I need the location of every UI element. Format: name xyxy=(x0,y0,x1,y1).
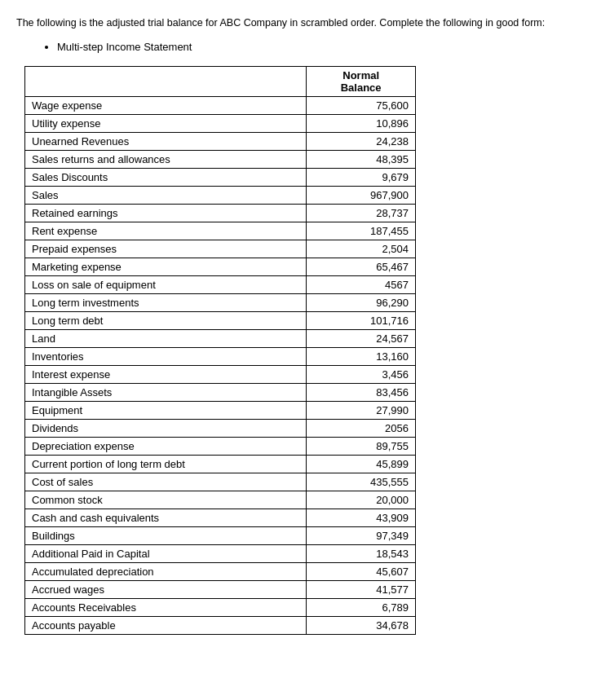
account-name-cell: Intangible Assets xyxy=(25,383,307,401)
table-row: Accrued wages41,577 xyxy=(25,580,416,598)
account-name-cell: Depreciation expense xyxy=(25,437,307,455)
account-name-cell: Prepaid expenses xyxy=(25,240,307,258)
account-name-cell: Land xyxy=(25,329,307,347)
amount-cell: 24,567 xyxy=(307,329,416,347)
amount-cell: 13,160 xyxy=(307,347,416,365)
table-row: Marketing expense65,467 xyxy=(25,258,416,275)
table-row: Sales Discounts9,679 xyxy=(25,168,416,186)
amount-cell: 18,543 xyxy=(307,544,416,562)
table-row: Cash and cash equivalents43,909 xyxy=(25,508,416,526)
account-name-cell: Long term debt xyxy=(25,311,307,329)
table-row: Rent expense187,455 xyxy=(25,222,416,240)
amount-cell: 3,456 xyxy=(307,365,416,383)
table-row: Wage expense75,600 xyxy=(25,96,416,114)
table-row: Depreciation expense89,755 xyxy=(25,437,416,455)
table-row: Long term debt101,716 xyxy=(25,311,416,329)
account-name-cell: Current portion of long term debt xyxy=(25,455,307,473)
table-body: Wage expense75,600Utility expense10,896U… xyxy=(25,96,416,634)
amount-cell: 4567 xyxy=(307,275,416,293)
table-row: Buildings97,349 xyxy=(25,526,416,544)
amount-cell: 9,679 xyxy=(307,168,416,186)
account-name-cell: Inventories xyxy=(25,347,307,365)
amount-cell: 24,238 xyxy=(307,132,416,150)
amount-cell: 48,395 xyxy=(307,150,416,168)
account-name-cell: Marketing expense xyxy=(25,258,307,275)
amount-cell: 45,899 xyxy=(307,455,416,473)
account-name-cell: Loss on sale of equipment xyxy=(25,275,307,293)
account-name-cell: Accounts Receivables xyxy=(25,598,307,616)
amount-cell: 34,678 xyxy=(307,616,416,634)
table-row: Long term investments96,290 xyxy=(25,293,416,311)
account-name-cell: Cash and cash equivalents xyxy=(25,508,307,526)
amount-cell: 89,755 xyxy=(307,437,416,455)
account-name-cell: Wage expense xyxy=(25,96,307,114)
normal-balance-header: Normal Balance xyxy=(307,66,416,96)
table-header-row: Normal Balance xyxy=(25,66,416,96)
table-row: Cost of sales435,555 xyxy=(25,473,416,491)
table-row: Land24,567 xyxy=(25,329,416,347)
account-name-cell: Equipment xyxy=(25,401,307,419)
amount-cell: 101,716 xyxy=(307,311,416,329)
amount-cell: 6,789 xyxy=(307,598,416,616)
bullet-item-income-statement: Multi-step Income Statement xyxy=(57,41,585,53)
amount-cell: 10,896 xyxy=(307,114,416,132)
account-name-cell: Common stock xyxy=(25,491,307,508)
account-name-cell: Sales returns and allowances xyxy=(25,150,307,168)
trial-balance-table: Normal Balance Wage expense75,600Utility… xyxy=(24,66,416,635)
account-name-cell: Utility expense xyxy=(25,114,307,132)
normal-label: Normal xyxy=(342,69,379,81)
account-name-cell: Accumulated depreciation xyxy=(25,562,307,580)
table-row: Utility expense10,896 xyxy=(25,114,416,132)
amount-cell: 27,990 xyxy=(307,401,416,419)
account-name-cell: Long term investments xyxy=(25,293,307,311)
table-row: Interest expense3,456 xyxy=(25,365,416,383)
account-name-cell: Accrued wages xyxy=(25,580,307,598)
table-row: Dividends2056 xyxy=(25,419,416,437)
table-row: Prepaid expenses2,504 xyxy=(25,240,416,258)
table-row: Loss on sale of equipment4567 xyxy=(25,275,416,293)
table-row: Current portion of long term debt45,899 xyxy=(25,455,416,473)
table-row: Accumulated depreciation45,607 xyxy=(25,562,416,580)
amount-cell: 65,467 xyxy=(307,258,416,275)
table-row: Accounts Receivables6,789 xyxy=(25,598,416,616)
balance-label: Balance xyxy=(341,81,382,94)
table-row: Inventories13,160 xyxy=(25,347,416,365)
amount-cell: 41,577 xyxy=(307,580,416,598)
amount-cell: 967,900 xyxy=(307,186,416,204)
account-name-cell: Cost of sales xyxy=(25,473,307,491)
table-row: Common stock20,000 xyxy=(25,491,416,508)
table-row: Intangible Assets83,456 xyxy=(25,383,416,401)
table-row: Equipment27,990 xyxy=(25,401,416,419)
amount-cell: 187,455 xyxy=(307,222,416,240)
account-name-cell: Unearned Revenues xyxy=(25,132,307,150)
amount-cell: 75,600 xyxy=(307,96,416,114)
account-name-cell: Additional Paid in Capital xyxy=(25,544,307,562)
amount-cell: 28,737 xyxy=(307,204,416,222)
amount-cell: 97,349 xyxy=(307,526,416,544)
account-name-cell: Sales Discounts xyxy=(25,168,307,186)
table-row: Sales returns and allowances48,395 xyxy=(25,150,416,168)
trial-balance-table-wrapper: Normal Balance Wage expense75,600Utility… xyxy=(16,66,585,635)
amount-cell: 2,504 xyxy=(307,240,416,258)
account-header xyxy=(25,66,307,96)
table-row: Retained earnings28,737 xyxy=(25,204,416,222)
amount-cell: 83,456 xyxy=(307,383,416,401)
account-name-cell: Buildings xyxy=(25,526,307,544)
amount-cell: 2056 xyxy=(307,419,416,437)
amount-cell: 96,290 xyxy=(307,293,416,311)
amount-cell: 45,607 xyxy=(307,562,416,580)
amount-cell: 20,000 xyxy=(307,491,416,508)
account-name-cell: Sales xyxy=(25,186,307,204)
account-name-cell: Dividends xyxy=(25,419,307,437)
table-row: Additional Paid in Capital18,543 xyxy=(25,544,416,562)
account-name-cell: Rent expense xyxy=(25,222,307,240)
account-name-cell: Interest expense xyxy=(25,365,307,383)
amount-cell: 43,909 xyxy=(307,508,416,526)
amount-cell: 435,555 xyxy=(307,473,416,491)
table-row: Unearned Revenues24,238 xyxy=(25,132,416,150)
table-row: Sales967,900 xyxy=(25,186,416,204)
table-row: Accounts payable34,678 xyxy=(25,616,416,634)
intro-text: The following is the adjusted trial bala… xyxy=(16,16,585,31)
account-name-cell: Accounts payable xyxy=(25,616,307,634)
account-name-cell: Retained earnings xyxy=(25,204,307,222)
